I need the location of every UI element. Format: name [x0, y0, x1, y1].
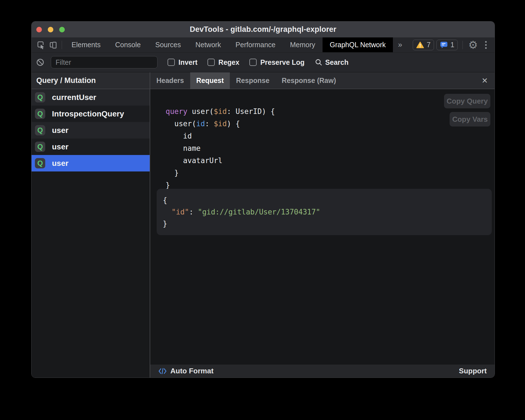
copy-vars-button[interactable]: Copy Vars	[450, 112, 490, 127]
query-type-icon: Q	[35, 142, 45, 152]
close-icon[interactable]: ✕	[480, 72, 490, 89]
search-icon	[315, 58, 323, 66]
devtools-window: DevTools - gitlab.com/-/graphql-explorer…	[31, 21, 495, 378]
warning-icon	[416, 41, 424, 49]
panel-footer: Auto Format Support	[150, 364, 495, 378]
preserve-log-checkbox[interactable]: Preserve Log	[249, 58, 304, 66]
devtools-tab-bar: Elements Console Sources Network Perform…	[32, 37, 495, 52]
query-list-sidebar: Query / Mutation Q currentUser Q Introsp…	[32, 72, 150, 378]
query-list-item-currentuser[interactable]: Q currentUser	[32, 89, 150, 106]
tab-request[interactable]: Request	[190, 72, 230, 89]
tab-console[interactable]: Console	[108, 37, 148, 52]
settings-gear-icon[interactable]: ⚙	[465, 40, 481, 50]
device-toolbar-icon[interactable]	[47, 39, 59, 51]
warning-count: 7	[427, 41, 431, 49]
query-variables-json: { "id": "gid://gitlab/User/13704317"}	[163, 194, 486, 230]
screen: { "window": { "title": "DevTools - gitla…	[0, 0, 525, 420]
query-type-icon: Q	[35, 158, 45, 168]
messages-badge[interactable]: 1	[436, 40, 458, 50]
query-list-item-user-3-selected[interactable]: Q user	[32, 155, 150, 171]
tab-memory[interactable]: Memory	[283, 37, 322, 52]
chat-icon	[440, 41, 448, 49]
minimize-window-button[interactable]	[48, 27, 53, 32]
regex-checkbox[interactable]: Regex	[207, 58, 239, 66]
window-title: DevTools - gitlab.com/-/graphql-explorer	[32, 25, 495, 34]
toolbar-divider	[62, 41, 62, 49]
graphql-query-code: query user($id: UserID) { user(id: $id) …	[166, 105, 275, 191]
close-window-button[interactable]	[36, 27, 42, 32]
checkbox-icon	[207, 59, 215, 66]
copy-query-button[interactable]: Copy Query	[444, 94, 490, 108]
tab-response-raw[interactable]: Response (Raw)	[276, 72, 342, 89]
tab-elements[interactable]: Elements	[64, 37, 108, 52]
auto-format-button[interactable]: Auto Format	[158, 367, 214, 375]
request-content: query user($id: UserID) { user(id: $id) …	[150, 89, 495, 364]
toolbar-divider	[462, 41, 463, 49]
sidebar-header: Query / Mutation	[32, 72, 150, 89]
more-tabs-icon[interactable]: »	[393, 40, 407, 49]
kebab-menu-icon[interactable]	[481, 41, 491, 49]
query-list-item-introspectionquery[interactable]: Q IntrospectionQuery	[32, 106, 150, 122]
main-area: Query / Mutation Q currentUser Q Introsp…	[32, 72, 495, 378]
inspect-element-icon[interactable]	[35, 39, 47, 51]
title-bar: DevTools - gitlab.com/-/graphql-explorer	[32, 22, 495, 37]
support-link[interactable]: Support	[459, 367, 487, 375]
code-icon	[158, 367, 167, 375]
traffic-lights	[36, 22, 65, 37]
tab-response[interactable]: Response	[230, 72, 275, 89]
detail-tab-bar: Headers Request Response Response (Raw) …	[150, 72, 495, 89]
search-button[interactable]: Search	[315, 58, 349, 66]
detail-panel: Headers Request Response Response (Raw) …	[150, 72, 495, 378]
filter-input[interactable]	[51, 56, 157, 68]
query-type-icon: Q	[35, 92, 45, 102]
filter-bar: Invert Regex Preserve Log Search	[32, 52, 495, 72]
query-list-item-user-2[interactable]: Q user	[32, 139, 150, 155]
warnings-badge[interactable]: 7	[413, 40, 434, 50]
query-type-icon: Q	[35, 125, 45, 135]
tab-performance[interactable]: Performance	[228, 37, 283, 52]
invert-checkbox[interactable]: Invert	[168, 58, 197, 66]
tab-graphql-network[interactable]: GraphQL Network	[323, 37, 393, 52]
tab-network[interactable]: Network	[188, 37, 228, 52]
tab-sources[interactable]: Sources	[148, 37, 188, 52]
query-variables-box: { "id": "gid://gitlab/User/13704317"}	[157, 189, 492, 235]
checkbox-icon	[168, 59, 175, 66]
tab-headers[interactable]: Headers	[150, 72, 190, 89]
query-type-icon: Q	[35, 109, 45, 119]
clear-icon[interactable]	[36, 56, 45, 68]
query-list-item-user-1[interactable]: Q user	[32, 122, 150, 139]
zoom-window-button[interactable]	[59, 27, 65, 32]
checkbox-icon	[249, 59, 257, 66]
message-count: 1	[450, 41, 454, 49]
